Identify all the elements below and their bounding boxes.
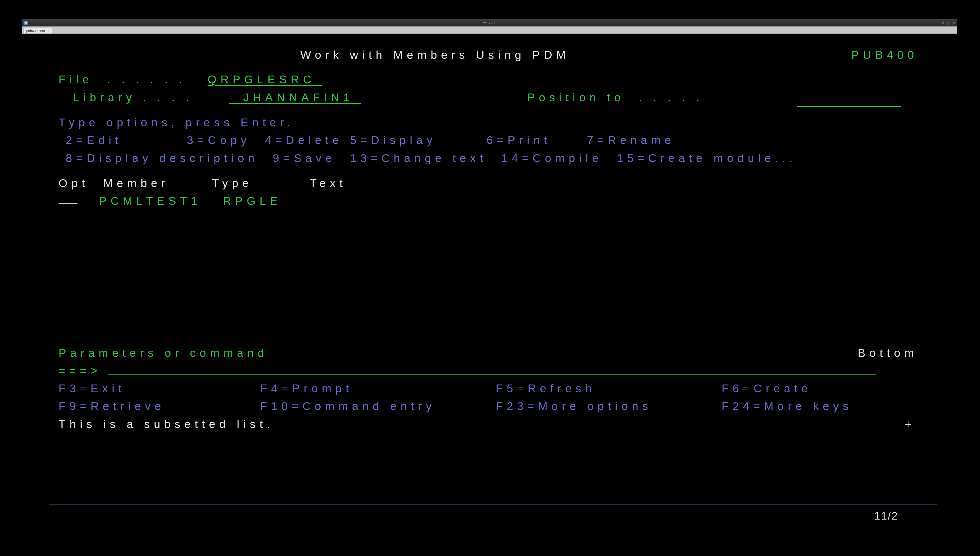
command-line-row: ===> (58, 362, 937, 380)
opt-input[interactable] (58, 203, 77, 204)
member-name: PCMLTEST1 (99, 194, 201, 207)
f4-key: F4=Prompt (260, 380, 353, 397)
f3-key: F3=Exit (58, 382, 126, 395)
command-prompt: ===> (58, 364, 101, 377)
col-opt: Opt (58, 176, 89, 189)
f5-key: F5=Refresh (496, 380, 596, 397)
system-name: PUB400 (851, 46, 918, 64)
plus-indicator: + (905, 415, 915, 433)
screen-title: Work with Members Using PDM (58, 46, 811, 64)
window-controls: ∨ ◇ ✕ (941, 21, 955, 25)
status-message: This is a subsetted list. (58, 417, 274, 430)
options-line-2: 8=Display description 9=Save 13=Change t… (58, 149, 937, 167)
col-member: Member (103, 176, 169, 189)
fkeys-row-1: F3=ExitF4=PromptF5=RefreshF6=Create (58, 380, 937, 397)
library-input[interactable]: JHANNAFIN1 (229, 91, 361, 104)
fkeys-row-2: F9=RetrieveF10=Command entryF23=More opt… (58, 397, 937, 415)
window-title: tn5250j (483, 21, 495, 25)
library-row: Library . . . . JHANNAFIN1 Position to .… (58, 89, 937, 106)
terminal-5250[interactable]: Work with Members Using PDMPUB400 File .… (22, 34, 957, 534)
f9-key: F9=Retrieve (58, 399, 165, 412)
command-input[interactable] (108, 362, 876, 375)
maximize-button[interactable]: ◇ (947, 21, 949, 25)
f10-key: F10=Command entry (260, 397, 436, 415)
column-headers: Opt Member Type Text (58, 174, 937, 192)
tab-close-icon[interactable]: × (47, 29, 50, 33)
cursor-position: 11/2 (874, 508, 898, 524)
list-row: PCMLTEST1 RPGLE (58, 192, 937, 210)
file-input[interactable]: QRPGLESRC (208, 73, 323, 86)
minimize-button[interactable]: ∨ (941, 21, 944, 25)
file-row: File . . . . . . QRPGLESRC (58, 70, 937, 88)
blank-row-2 (58, 106, 937, 113)
app-window: ▦ tn5250j ∨ ◇ ✕ pub400.com × Work with M… (22, 19, 957, 534)
instructions: Type options, press Enter. (58, 113, 937, 131)
blank-row (58, 64, 937, 70)
titlebar: ▦ tn5250j ∨ ◇ ✕ (22, 20, 957, 26)
blank-row-3 (58, 167, 937, 174)
f23-key: F23=More options (496, 397, 652, 415)
screen-title-row: Work with Members Using PDMPUB400 (58, 46, 937, 64)
position-to-input[interactable] (797, 89, 901, 107)
options-line-1: 2=Edit 3=Copy 4=Delete 5=Display 6=Print… (58, 131, 937, 149)
position-to-label: Position to . . . . . (527, 89, 703, 106)
col-text: Text (310, 176, 347, 189)
tab-label: pub400.com (26, 29, 45, 33)
close-button[interactable]: ✕ (952, 21, 955, 25)
f6-key: F6=Create (722, 380, 812, 397)
tab-session[interactable]: pub400.com × (24, 28, 52, 34)
tab-bar: pub400.com × (22, 26, 957, 34)
app-icon: ▦ (24, 21, 28, 25)
member-type[interactable]: RPGLE (223, 194, 317, 207)
message-row: This is a subsetted list.+ (58, 415, 937, 433)
col-type: Type (212, 176, 253, 189)
oia-separator (49, 504, 937, 505)
list-blank-area (58, 210, 937, 344)
library-label: Library . . . . (58, 91, 193, 104)
bottom-indicator: Bottom (857, 344, 918, 362)
f24-key: F24=More keys (722, 397, 852, 415)
member-text-input[interactable] (332, 192, 851, 210)
file-label: File . . . . . . (58, 73, 186, 86)
param-label: Parameters or command (58, 344, 937, 362)
